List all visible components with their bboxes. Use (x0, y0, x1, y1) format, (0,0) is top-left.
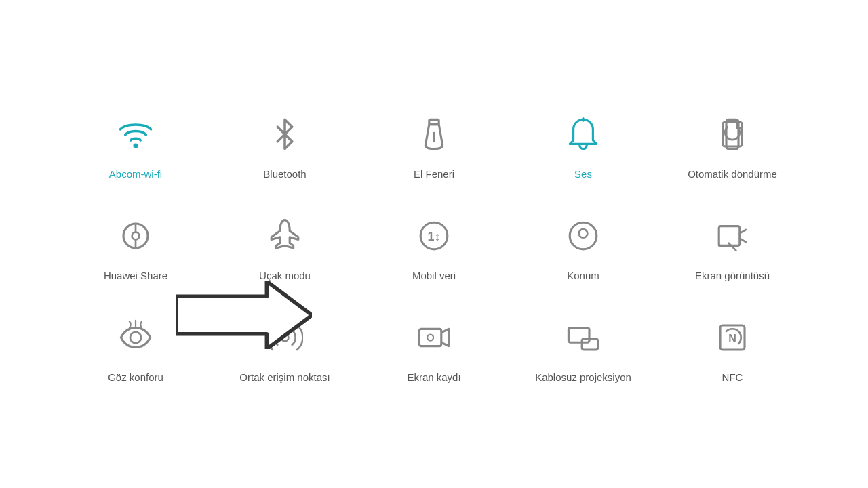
svg-text:N: N (728, 332, 736, 344)
quick-settings-grid: Abcom-wi-fi Bluetooth El Feneri Ses Otom… (61, 92, 807, 397)
eye-icon (112, 314, 159, 361)
airplane-icon (261, 212, 309, 260)
tile-label-bluetooth: Bluetooth (263, 167, 306, 181)
mobile-data-icon: 1↕ (410, 212, 458, 260)
hotspot-icon (261, 314, 309, 361)
wireless-proj-icon (559, 314, 607, 361)
tile-label-huawei-share: Huawei Share (104, 269, 167, 283)
tile-label-eye-comfort: Göz konforu (108, 371, 163, 384)
tile-airplane[interactable]: Uçak modu (210, 193, 359, 295)
tile-label-location: Konum (567, 269, 599, 283)
tile-label-mobile-data: Mobil veri (412, 269, 456, 283)
wifi-icon (112, 110, 159, 158)
svg-line-18 (729, 243, 736, 251)
tile-autorotate[interactable]: Otomatik döndürme (658, 92, 807, 193)
svg-point-0 (133, 143, 138, 148)
tile-mobile-data[interactable]: 1↕ Mobil veri (359, 193, 509, 295)
svg-rect-24 (568, 328, 589, 343)
tile-eye-comfort[interactable]: Göz konforu (61, 295, 210, 396)
tile-screenshot[interactable]: Ekran görüntüsü (658, 193, 807, 295)
screen-record-icon (410, 314, 458, 361)
tile-label-screenshot: Ekran görüntüsü (695, 269, 770, 283)
svg-point-12 (570, 222, 597, 249)
tile-label-nfc: NFC (722, 371, 743, 384)
bell-icon (559, 110, 607, 158)
tile-location[interactable]: Konum (509, 193, 658, 295)
tile-label-sound: Ses (574, 167, 592, 181)
screenshot-icon (709, 212, 756, 260)
tile-label-wifi: Abcom-wi-fi (109, 167, 162, 181)
tile-label-flashlight: El Feneri (414, 167, 454, 181)
tile-label-screen-record: Ekran kaydı (407, 371, 460, 384)
tile-sound[interactable]: Ses (509, 92, 658, 193)
tile-wifi[interactable]: Abcom-wi-fi (61, 92, 210, 193)
tile-bluetooth[interactable]: Bluetooth (210, 92, 359, 193)
tile-hotspot[interactable]: Ortak erişim noktası (210, 295, 359, 396)
location-icon (559, 212, 607, 260)
tile-wireless-proj[interactable]: Kablosuz projeksiyon (509, 295, 658, 396)
tile-huawei-share[interactable]: Huawei Share (61, 193, 210, 295)
tile-screen-record[interactable]: Ekran kaydı (359, 295, 509, 396)
tile-label-wireless-proj: Kablosuz projeksiyon (535, 371, 631, 384)
svg-rect-22 (419, 329, 441, 346)
nfc-icon: N (709, 314, 756, 361)
svg-point-20 (130, 332, 141, 343)
svg-point-21 (281, 334, 289, 342)
svg-point-13 (579, 229, 588, 238)
tile-label-autorotate: Otomatik döndürme (688, 167, 777, 181)
huawei-share-icon (112, 212, 159, 260)
svg-point-23 (427, 335, 433, 341)
autorotate-icon (709, 110, 756, 158)
tile-nfc[interactable]: N NFC (658, 295, 807, 396)
tile-flashlight[interactable]: El Feneri (359, 92, 509, 193)
svg-text:1↕: 1↕ (427, 230, 440, 243)
tile-label-hotspot: Ortak erişim noktası (239, 371, 330, 384)
tile-label-airplane: Uçak modu (259, 269, 311, 283)
flashlight-icon (410, 110, 458, 158)
svg-point-7 (132, 232, 140, 239)
bluetooth-icon (261, 110, 309, 158)
